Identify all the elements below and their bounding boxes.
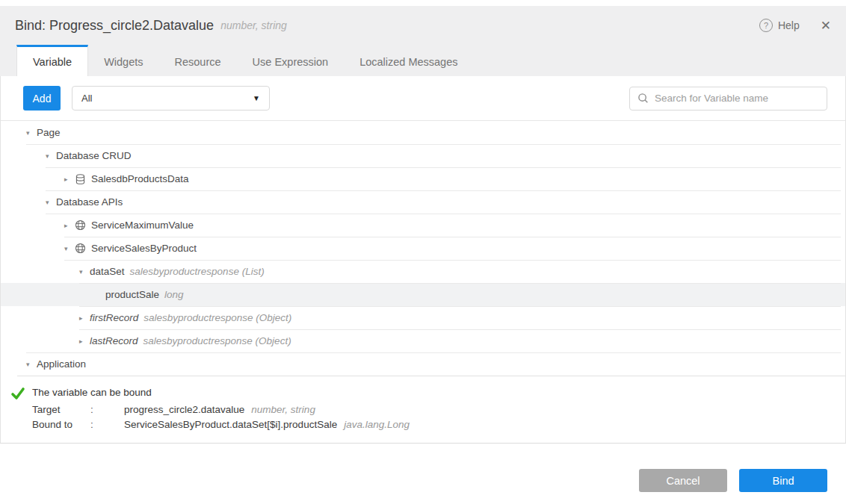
tree-node-label: dataSet: [90, 266, 125, 277]
expand-arrow-icon[interactable]: ▸: [79, 337, 90, 345]
toolbar: Add All ▼: [1, 76, 845, 121]
target-label: Target: [32, 402, 90, 417]
tree-node-label: ServiceMaximumValue: [91, 220, 194, 231]
help-button[interactable]: ? Help: [759, 19, 800, 32]
bound-to-type-hint: java.lang.Long: [344, 417, 410, 432]
globe-icon: [75, 220, 86, 231]
bound-to-label: Bound to: [32, 417, 90, 432]
variable-search-box[interactable]: [629, 87, 827, 111]
status-target-row: Target : progress_circle2.datavalue numb…: [32, 402, 846, 417]
status-message: The variable can be bound: [32, 385, 152, 400]
close-icon[interactable]: ✕: [821, 19, 831, 32]
expand-arrow-icon[interactable]: ▸: [79, 314, 90, 322]
top-strip: [0, 0, 846, 6]
tree-node-label: Page: [37, 127, 61, 138]
tree-row-lastRecord[interactable]: ▸lastRecordsalesbyproductresponse (Objec…: [1, 329, 845, 352]
tree-row-Database CRUD[interactable]: ▾Database CRUD: [1, 144, 845, 167]
filter-selected-value: All: [81, 93, 92, 104]
collapse-arrow-icon[interactable]: ▾: [46, 199, 56, 206]
tree-row-ServiceSalesByProduct[interactable]: ▾ServiceSalesByProduct: [1, 237, 845, 260]
tab-resource[interactable]: Resource: [159, 45, 237, 76]
tab-use-expression[interactable]: Use Expression: [237, 45, 345, 76]
dialog-title: Bind: Progress_circle2.Datavalue: [15, 18, 214, 34]
tree-node-label: SalesdbProductsData: [91, 173, 189, 184]
target-value: progress_circle2.datavalue: [124, 402, 244, 417]
cancel-button[interactable]: Cancel: [639, 469, 727, 492]
tree-row-Application[interactable]: ▾Application: [1, 352, 845, 376]
tab-widgets[interactable]: Widgets: [88, 45, 158, 76]
help-icon: ?: [759, 19, 773, 32]
bind-status-area: The variable can be bound Target : progr…: [0, 376, 846, 444]
tree-row-productSale[interactable]: productSalelong: [1, 283, 845, 306]
tree-node-label: firstRecord: [90, 312, 138, 323]
bind-dialog: Bind: Progress_circle2.Datavalue number,…: [0, 0, 846, 504]
collapse-arrow-icon[interactable]: ▾: [64, 245, 75, 252]
help-label: Help: [778, 19, 800, 31]
tree-node-type-hint: long: [164, 289, 184, 300]
tree-node-label: productSale: [105, 289, 159, 300]
add-variable-button[interactable]: Add: [23, 86, 61, 111]
expand-arrow-icon[interactable]: ▸: [64, 222, 75, 229]
tree-row-dataSet[interactable]: ▾dataSetsalesbyproductresponse (List): [1, 260, 845, 283]
dialog-footer: Cancel Bind: [0, 444, 846, 492]
bind-button[interactable]: Bind: [739, 469, 827, 492]
collapse-arrow-icon[interactable]: ▾: [26, 129, 37, 137]
tab-variable[interactable]: Variable: [16, 45, 88, 76]
tree-node-label: Database CRUD: [56, 150, 132, 161]
tree-node-type-hint: salesbyproductresponse (List): [130, 266, 265, 277]
chevron-down-icon: ▼: [253, 94, 260, 102]
tree-node-label: lastRecord: [90, 335, 138, 346]
variable-filter-dropdown[interactable]: All ▼: [72, 86, 270, 111]
status-bound-row: Bound to : ServiceSalesByProduct.dataSet…: [32, 417, 846, 432]
tree-row-firstRecord[interactable]: ▸firstRecordsalesbyproductresponse (Obje…: [1, 306, 845, 329]
bound-to-value: ServiceSalesByProduct.dataSet[$i].produc…: [124, 417, 337, 432]
tree-node-label: Database APIs: [56, 196, 123, 208]
success-check-icon: [10, 386, 25, 401]
collapse-arrow-icon[interactable]: ▾: [79, 268, 90, 276]
tree-row-ServiceMaximumValue[interactable]: ▸ServiceMaximumValue: [1, 214, 845, 237]
tree-row-Database APIs[interactable]: ▾Database APIs: [1, 190, 845, 214]
search-input[interactable]: [655, 93, 819, 104]
tree-node-type-hint: salesbyproductresponse (Object): [143, 335, 291, 346]
search-icon: [637, 93, 649, 104]
dialog-header: Bind: Progress_circle2.Datavalue number,…: [0, 6, 846, 45]
tree-node-label: Application: [37, 358, 86, 370]
tab-strip: VariableWidgetsResourceUse ExpressionLoc…: [0, 45, 846, 76]
target-type-hint: number, string: [251, 402, 315, 417]
variable-tree: ▾Page▾Database CRUD▸SalesdbProductsData▾…: [1, 121, 845, 376]
tree-node-label: ServiceSalesByProduct: [91, 243, 197, 254]
collapse-arrow-icon[interactable]: ▾: [26, 361, 37, 368]
globe-icon: [75, 243, 86, 254]
collapse-arrow-icon[interactable]: ▾: [46, 152, 56, 160]
tree-row-SalesdbProductsData[interactable]: ▸SalesdbProductsData: [1, 167, 845, 190]
tree-node-type-hint: salesbyproductresponse (Object): [143, 312, 291, 323]
dialog-title-type-hint: number, string: [220, 19, 287, 31]
tab-localized-messages[interactable]: Localized Messages: [344, 45, 473, 76]
database-icon: [75, 173, 86, 185]
tab-content-panel: Add All ▼ ▾Page▾Database CRUD▸SalesdbPro…: [0, 76, 846, 444]
expand-arrow-icon[interactable]: ▸: [64, 175, 75, 183]
tree-row-Page[interactable]: ▾Page: [1, 121, 845, 144]
